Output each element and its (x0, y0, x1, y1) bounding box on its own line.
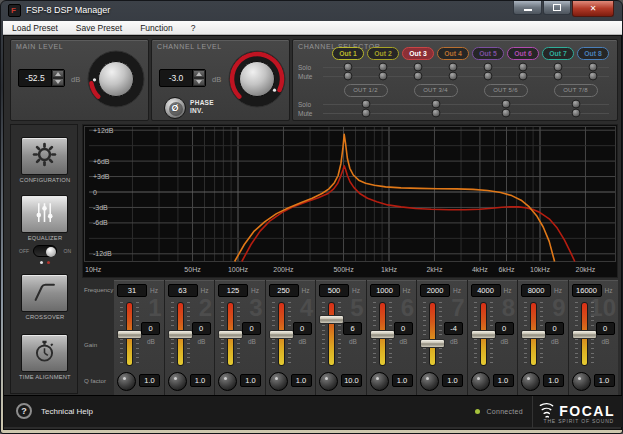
slider-handle[interactable] (269, 330, 294, 339)
out-button-6[interactable]: Out 6 (507, 47, 539, 60)
channel-level-knob[interactable] (228, 50, 286, 108)
q-value-box[interactable]: 1.0 (594, 374, 615, 387)
out-button-3[interactable]: Out 3 (402, 47, 434, 60)
mute-button-out-3[interactable] (414, 72, 423, 81)
q-value-box[interactable]: 1.0 (442, 374, 463, 387)
channel-level-value-box[interactable]: -3.0 (159, 69, 206, 87)
solo-button-out-6[interactable] (519, 63, 528, 72)
mute-button-out-8[interactable] (589, 72, 598, 81)
gain-slider[interactable] (328, 302, 335, 366)
q-factor-knob[interactable] (572, 372, 591, 391)
toggle-track[interactable] (33, 245, 57, 257)
q-value-box[interactable]: 10.0 (341, 374, 362, 387)
main-level-spin-down[interactable] (52, 78, 64, 86)
minimize-button[interactable] (513, 1, 542, 15)
slider-handle[interactable] (117, 330, 142, 339)
q-value-box[interactable]: 1.0 (392, 374, 413, 387)
solo-button-pair-4[interactable] (571, 100, 580, 109)
mute-button-out-4[interactable] (449, 72, 458, 81)
frequency-value-box[interactable]: 4000 (471, 284, 501, 297)
q-value-box[interactable]: 1.0 (543, 374, 564, 387)
solo-button-out-3[interactable] (414, 63, 423, 72)
q-factor-knob[interactable] (370, 372, 389, 391)
channel-level-spin-up[interactable] (193, 70, 205, 78)
mute-button-pair-1[interactable] (361, 109, 370, 118)
gain-value-box[interactable]: -4 (444, 322, 463, 335)
slider-handle[interactable] (471, 330, 496, 339)
technical-help-button[interactable]: ? Technical Help (16, 403, 93, 419)
out-button-2[interactable]: Out 2 (367, 47, 399, 60)
menu-item-load-preset[interactable]: Load Preset (3, 21, 67, 35)
slider-handle[interactable] (420, 339, 445, 348)
gain-value-box[interactable]: 0 (293, 322, 312, 335)
gain-value-box[interactable]: 0 (596, 322, 615, 335)
frequency-value-box[interactable]: 2000 (420, 284, 450, 297)
gain-slider[interactable] (429, 302, 436, 366)
q-value-box[interactable]: 1.0 (291, 374, 312, 387)
frequency-value-box[interactable]: 500 (319, 284, 349, 297)
slider-handle[interactable] (319, 315, 344, 324)
slider-handle[interactable] (168, 330, 193, 339)
maximize-button[interactable] (543, 1, 571, 15)
out-pair-button-out-1-2[interactable]: OUT 1/2 (344, 84, 388, 97)
mute-button-out-7[interactable] (554, 72, 563, 81)
sidebar-item-crossover[interactable] (21, 274, 68, 312)
gain-value-box[interactable]: 0 (141, 322, 160, 335)
slider-handle[interactable] (370, 330, 395, 339)
mute-button-pair-4[interactable] (571, 109, 580, 118)
mute-button-out-5[interactable] (484, 72, 493, 81)
frequency-value-box[interactable]: 1000 (370, 284, 400, 297)
out-button-5[interactable]: Out 5 (472, 47, 504, 60)
eq-on-off-toggle[interactable]: OFFON (11, 245, 79, 267)
out-pair-button-out-7-8[interactable]: OUT 7/8 (554, 84, 598, 97)
slider-handle[interactable] (521, 330, 546, 339)
sidebar-item-configuration[interactable] (21, 137, 68, 175)
solo-button-out-7[interactable] (554, 63, 563, 72)
out-pair-button-out-5-6[interactable]: OUT 5/6 (484, 84, 528, 97)
out-button-7[interactable]: Out 7 (542, 47, 574, 60)
slider-handle[interactable] (218, 330, 243, 339)
gain-value-box[interactable]: 0 (242, 322, 261, 335)
out-button-1[interactable]: Out 1 (332, 47, 364, 60)
q-factor-knob[interactable] (168, 372, 187, 391)
solo-button-out-5[interactable] (484, 63, 493, 72)
solo-button-out-4[interactable] (449, 63, 458, 72)
gain-value-box[interactable]: 0 (545, 322, 564, 335)
out-button-4[interactable]: Out 4 (437, 47, 469, 60)
gain-value-box[interactable]: 0 (495, 322, 514, 335)
channel-level-spin-down[interactable] (193, 78, 205, 86)
phase-invert-button[interactable]: Ø (164, 97, 186, 119)
frequency-value-box[interactable]: 125 (218, 284, 248, 297)
q-factor-knob[interactable] (218, 372, 237, 391)
frequency-value-box[interactable]: 16000 (572, 284, 602, 297)
gain-value-box[interactable]: 0 (192, 322, 211, 335)
q-value-box[interactable]: 1.0 (493, 374, 514, 387)
gain-value-box[interactable]: 6 (343, 322, 362, 335)
menu-item-function[interactable]: Function (131, 21, 182, 35)
q-factor-knob[interactable] (521, 372, 540, 391)
solo-button-pair-1[interactable] (361, 100, 370, 109)
main-level-spin-up[interactable] (52, 70, 64, 78)
solo-button-pair-2[interactable] (431, 100, 440, 109)
main-level-value-box[interactable]: -52.5 (18, 69, 65, 87)
sidebar-item-time-alignment[interactable] (21, 334, 68, 372)
close-button[interactable]: ✕ (572, 1, 614, 17)
solo-button-out-1[interactable] (344, 63, 353, 72)
gain-value-box[interactable]: 0 (394, 322, 413, 335)
frequency-value-box[interactable]: 8000 (521, 284, 551, 297)
menu-item-save-preset[interactable]: Save Preset (67, 21, 131, 35)
q-value-box[interactable]: 1.0 (240, 374, 261, 387)
q-factor-knob[interactable] (319, 372, 338, 391)
frequency-value-box[interactable]: 63 (168, 284, 198, 297)
mute-button-pair-2[interactable] (431, 109, 440, 118)
q-value-box[interactable]: 1.0 (139, 374, 160, 387)
mute-button-pair-3[interactable] (501, 109, 510, 118)
frequency-value-box[interactable]: 31 (117, 284, 147, 297)
toggle-knob[interactable] (46, 247, 56, 257)
solo-button-pair-3[interactable] (501, 100, 510, 109)
main-level-knob[interactable] (87, 50, 145, 108)
sidebar-item-equalizer[interactable] (21, 195, 68, 233)
out-pair-button-out-3-4[interactable]: OUT 3/4 (414, 84, 458, 97)
q-factor-knob[interactable] (471, 372, 490, 391)
q-factor-knob[interactable] (420, 372, 439, 391)
